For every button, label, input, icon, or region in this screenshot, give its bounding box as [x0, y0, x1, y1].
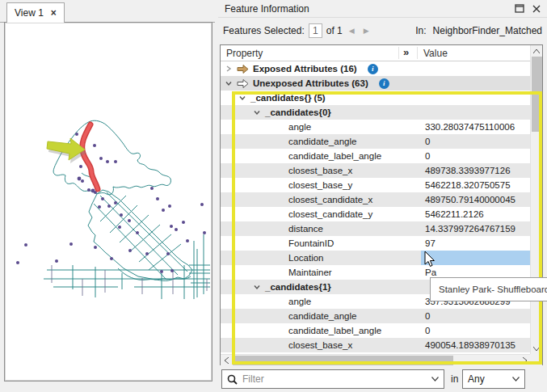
of-label: of 1	[326, 25, 343, 36]
property-value[interactable]	[421, 91, 530, 105]
property-value[interactable]: 5462211.2126	[421, 207, 530, 221]
property-value[interactable]: 0	[421, 149, 530, 163]
table-row[interactable]: closest_base_x490054.18938970135	[221, 338, 530, 352]
scrollbar-corner	[530, 354, 542, 365]
in-label: In:	[415, 25, 426, 36]
table-row[interactable]: closest_base_y5462218.320750575	[221, 178, 530, 192]
filter-input[interactable]: Filter	[221, 369, 444, 389]
property-value[interactable]: 14.337997264767159	[421, 221, 530, 236]
chevron-down-icon[interactable]	[238, 94, 246, 102]
search-icon	[227, 374, 238, 385]
property-name: Maintainer	[288, 268, 332, 277]
previous-feature-icon[interactable]: ◀	[347, 27, 357, 35]
dropdown-chevron-icon	[512, 377, 520, 381]
scroll-right-icon[interactable]	[519, 355, 530, 366]
feature-index-box[interactable]: 1	[309, 23, 322, 38]
property-name: angle	[288, 122, 311, 132]
filter-in-label: in	[451, 373, 458, 385]
property-name: closest_candidate_y	[288, 209, 372, 219]
table-row[interactable]: FountainID97	[221, 236, 530, 251]
table-row[interactable]: _candidates{0}	[221, 105, 530, 120]
mouse-cursor-icon	[423, 251, 435, 268]
unexposed-arrow-icon	[237, 78, 249, 89]
table-row[interactable]: candidate_label_angle0	[221, 149, 530, 163]
property-value[interactable]: 0	[421, 309, 530, 323]
property-name: closest_candidate_x	[288, 195, 372, 204]
info-icon[interactable]: i	[368, 64, 378, 74]
filter-scope-value: Any	[468, 373, 485, 385]
table-row[interactable]: distance14.337997264767159	[221, 221, 530, 236]
property-value[interactable]: 490054.18938970135	[421, 338, 530, 352]
exposed-arrow-icon	[237, 64, 249, 74]
property-name: closest_base_y	[288, 180, 352, 190]
property-value[interactable]: 5462218.320750575	[421, 178, 530, 192]
property-value[interactable]: 489738.3393977126	[421, 163, 530, 178]
property-name: FountainID	[288, 238, 334, 248]
property-value[interactable]: 0	[421, 323, 530, 338]
property-value[interactable]	[421, 76, 530, 91]
property-value[interactable]	[421, 251, 530, 265]
property-name: Exposed Attributes (16)	[253, 64, 357, 74]
scroll-down-icon[interactable]	[531, 343, 542, 354]
property-name: candidate_label_angle	[288, 151, 381, 161]
chevron-down-icon[interactable]	[253, 283, 261, 291]
table-row[interactable]: closest_candidate_y5462211.2126	[221, 207, 530, 221]
property-value[interactable]: 489750.79140000045	[421, 192, 530, 207]
property-name: candidate_angle	[288, 311, 356, 321]
horizontal-scrollbar[interactable]	[221, 354, 530, 365]
chevron-down-icon[interactable]	[225, 79, 233, 87]
features-selected-bar: Features Selected: 1 of 1 ◀ ▶ In: Neighb…	[218, 19, 547, 43]
property-value[interactable]	[421, 61, 530, 76]
table-header: Property » Value	[221, 45, 530, 61]
table-rows: Exposed Attributes (16)iUnexposed Attrib…	[221, 61, 530, 355]
property-value[interactable]: 0	[421, 134, 530, 149]
fountain-dots	[16, 133, 206, 273]
scroll-left-icon[interactable]	[221, 355, 232, 366]
column-property[interactable]: Property	[226, 48, 263, 59]
table-row[interactable]: closest_base_x489738.3393977126	[221, 163, 530, 178]
table-row[interactable]: angle330.28037475110006	[221, 120, 530, 134]
property-name: closest_base_x	[288, 340, 352, 350]
feature-type-name: NeighborFinder_Matched	[433, 25, 542, 36]
info-icon[interactable]: i	[379, 78, 389, 89]
table-row[interactable]: candidate_label_angle0	[221, 323, 530, 338]
property-name: Location	[288, 253, 323, 263]
table-row[interactable]: candidate_angle0	[221, 134, 530, 149]
property-name: Unexposed Attributes (63)	[253, 78, 368, 88]
float-window-icon[interactable]	[515, 4, 524, 13]
tab-close-icon[interactable]: ×	[51, 7, 57, 19]
vertical-scrollbar[interactable]	[530, 45, 542, 354]
expand-columns-button[interactable]: »	[403, 46, 409, 58]
tab-view-1[interactable]: View 1 ×	[6, 2, 65, 23]
close-panel-icon[interactable]	[532, 5, 541, 13]
map-view-frame	[4, 22, 212, 381]
property-name: _candidates{1}	[265, 282, 331, 292]
column-value[interactable]: Value	[423, 48, 448, 59]
map-canvas[interactable]	[5, 23, 210, 379]
table-row[interactable]: Unexposed Attributes (63)i	[221, 76, 530, 91]
filter-scope-dropdown[interactable]: Any	[462, 369, 525, 389]
table-row[interactable]: Exposed Attributes (16)i	[221, 61, 530, 76]
feature-information-table: Property » Value Exposed Attributes (16)…	[220, 44, 543, 365]
table-row[interactable]: closest_candidate_x489750.79140000045	[221, 192, 530, 207]
chevron-down-icon[interactable]	[253, 108, 261, 116]
property-name: closest_base_x	[288, 166, 352, 175]
horizontal-scroll-thumb[interactable]	[233, 356, 453, 365]
table-row[interactable]: _candidates{} (5)	[221, 91, 530, 105]
tab-view-1-label: View 1	[15, 7, 44, 19]
next-feature-icon[interactable]: ▶	[361, 27, 372, 35]
highlighted-route	[82, 124, 98, 189]
property-name: angle	[288, 297, 311, 306]
table-row[interactable]: candidate_angle0	[221, 309, 530, 323]
features-selected-label: Features Selected:	[223, 25, 305, 36]
filter-history-chevron-icon[interactable]	[431, 377, 439, 381]
property-value[interactable]: 97	[421, 236, 530, 251]
property-value[interactable]: 330.28037475110006	[421, 120, 530, 134]
chevron-right-icon[interactable]	[225, 65, 233, 73]
panel-title: Feature Information	[225, 3, 515, 15]
property-value[interactable]	[421, 105, 530, 120]
property-name: _candidates{0}	[265, 107, 331, 117]
vertical-scroll-thumb[interactable]	[532, 57, 542, 132]
table-row[interactable]: Location	[221, 251, 530, 265]
scroll-up-icon[interactable]	[531, 45, 542, 57]
